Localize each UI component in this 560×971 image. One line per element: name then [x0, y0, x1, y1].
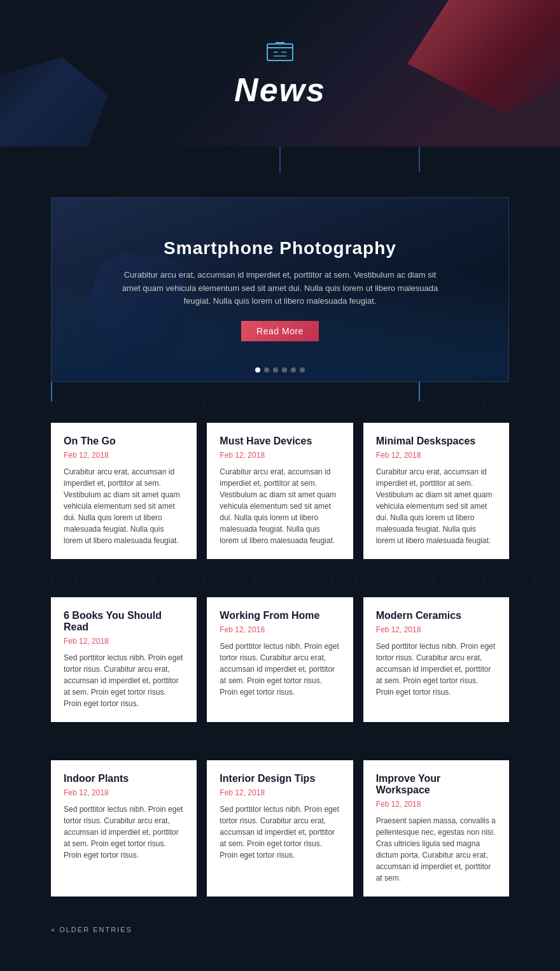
slider-deco-left — [51, 382, 52, 401]
cards-section-row3: Indoor Plants Feb 12, 2018 Sed porttitor… — [0, 748, 560, 913]
card-item[interactable]: Modern Ceramics Feb 12, 2018 Sed porttit… — [363, 597, 509, 722]
card-title: Working From Home — [220, 610, 340, 621]
section-gap-2 — [0, 576, 560, 585]
cards-grid-row2: 6 Books You Should Read Feb 12, 2018 Sed… — [51, 597, 509, 722]
card-text: Curabitur arcu erat, accumsan id imperdi… — [220, 466, 340, 546]
bottom-deco — [0, 954, 560, 971]
spacer-area — [0, 146, 560, 197]
hero-section: News — [0, 0, 560, 146]
slider-description: Curabitur arcu erat, accumsan id imperdi… — [121, 269, 439, 308]
slider-dot-6[interactable] — [300, 367, 305, 372]
card-item[interactable]: Must Have Devices Feb 12, 2018 Curabitur… — [207, 423, 353, 559]
card-text: Sed porttitor lectus nibh. Proin eget to… — [64, 652, 184, 709]
card-item[interactable]: On The Go Feb 12, 2018 Curabitur arcu er… — [51, 423, 197, 559]
card-text: Sed porttitor lectus nibh. Proin eget to… — [376, 641, 496, 698]
card-item[interactable]: 6 Books You Should Read Feb 12, 2018 Sed… — [51, 597, 197, 722]
card-title: 6 Books You Should Read — [64, 610, 184, 633]
read-more-button[interactable]: Read More — [241, 321, 319, 341]
card-text: Curabitur arcu erat, accumsan id imperdi… — [376, 466, 496, 546]
card-title: Modern Ceramics — [376, 610, 496, 621]
deco-line-right — [419, 146, 420, 172]
card-date: Feb 12, 2018 — [376, 625, 496, 634]
card-date: Feb 12, 2018 — [64, 637, 184, 646]
slider-deco-right — [419, 382, 420, 401]
card-item[interactable]: Minimal Deskspaces Feb 12, 2018 Curabitu… — [363, 423, 509, 559]
card-date: Feb 12, 2018 — [220, 788, 340, 797]
card-title: Indoor Plants — [64, 773, 184, 784]
card-date: Feb 12, 2018 — [376, 451, 496, 460]
card-text: Curabitur arcu erat, accumsan id imperdi… — [64, 466, 184, 546]
slider-wrapper: Smartphone Photography Curabitur arcu er… — [0, 197, 560, 401]
slider-dot-5[interactable] — [291, 367, 296, 372]
deco-line-center — [279, 146, 281, 172]
card-date: Feb 12, 2018 — [220, 625, 340, 634]
card-date: Feb 12, 2018 — [64, 451, 184, 460]
card-item[interactable]: Working From Home Feb 12, 2018 Sed portt… — [207, 597, 353, 722]
card-text: Praesent sapien massa, convallis a pelle… — [376, 815, 496, 884]
cards-grid-row1: On The Go Feb 12, 2018 Curabitur arcu er… — [51, 423, 509, 559]
card-title: Minimal Deskspaces — [376, 436, 496, 447]
card-title: Improve Your Workspace — [376, 773, 496, 796]
card-date: Feb 12, 2018 — [376, 800, 496, 809]
slider-dots — [255, 367, 305, 372]
card-title: Interior Design Tips — [220, 773, 340, 784]
site-logo-icon — [264, 38, 296, 63]
card-item[interactable]: Interior Design Tips Feb 12, 2018 Sed po… — [207, 760, 353, 897]
card-text: Sed porttitor lectus nibh. Proin eget to… — [220, 641, 340, 698]
card-text: Sed porttitor lectus nibh. Proin eget to… — [220, 804, 340, 861]
page-title: News — [234, 71, 326, 109]
slider-dot-3[interactable] — [273, 367, 278, 372]
card-date: Feb 12, 2018 — [64, 788, 184, 797]
older-entries-link[interactable]: « Older Entries — [51, 926, 132, 933]
pagination-area: « Older Entries — [0, 913, 560, 954]
slider-content: Smartphone Photography Curabitur arcu er… — [83, 225, 477, 354]
cards-grid-row3: Indoor Plants Feb 12, 2018 Sed porttitor… — [51, 760, 509, 897]
card-title: Must Have Devices — [220, 436, 340, 447]
card-item[interactable]: Indoor Plants Feb 12, 2018 Sed porttitor… — [51, 760, 197, 897]
slider-dot-1[interactable] — [255, 367, 260, 372]
section-gap-3 — [0, 739, 560, 748]
cards-section-row2: 6 Books You Should Read Feb 12, 2018 Sed… — [0, 585, 560, 739]
card-title: On The Go — [64, 436, 184, 447]
cards-section-row1: On The Go Feb 12, 2018 Curabitur arcu er… — [0, 410, 560, 576]
slider-dot-4[interactable] — [282, 367, 287, 372]
svg-rect-0 — [267, 44, 293, 60]
card-item[interactable]: Improve Your Workspace Feb 12, 2018 Prae… — [363, 760, 509, 897]
section-gap-1 — [0, 401, 560, 410]
slider-dot-2[interactable] — [264, 367, 269, 372]
card-date: Feb 12, 2018 — [220, 451, 340, 460]
slider-container: Smartphone Photography Curabitur arcu er… — [51, 197, 509, 382]
slider-title: Smartphone Photography — [121, 238, 439, 259]
card-text: Sed porttitor lectus nibh. Proin eget to… — [64, 804, 184, 861]
